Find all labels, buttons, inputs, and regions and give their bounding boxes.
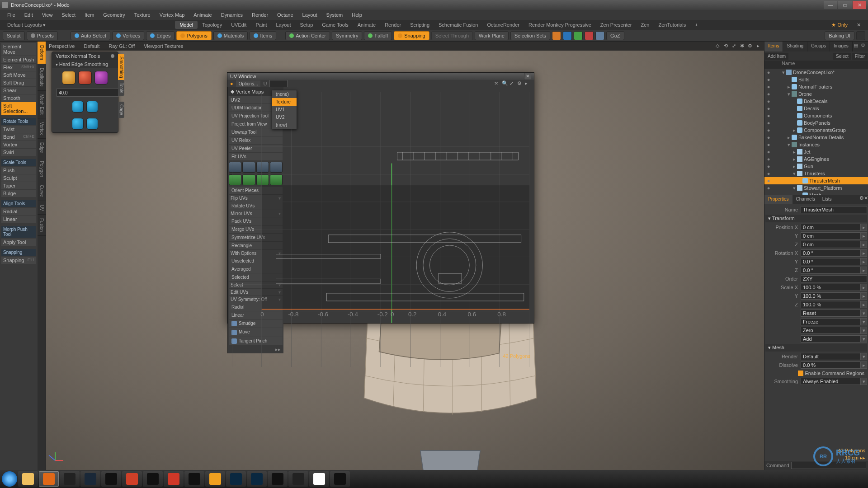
menu-layout[interactable]: Layout	[298, 11, 322, 19]
sculpt-button[interactable]: Sculpt	[3, 31, 25, 40]
filter-btn[interactable]: Filter	[852, 53, 868, 60]
maximize-button[interactable]: ▭	[838, 1, 852, 9]
default-layouts-dropdown[interactable]: Default Layouts ▾	[3, 21, 51, 29]
vn-tab-smoothing[interactable]: Smoothing	[118, 54, 124, 81]
layout-schematic-fusion[interactable]: Schematic Fusion	[434, 21, 482, 29]
layout-render-monkey-progressive[interactable]: Render Monkey Progressive	[524, 21, 596, 29]
menu-file[interactable]: File	[3, 11, 20, 19]
vn-tab-tools[interactable]: Tools	[118, 80, 124, 96]
layout-zen-presenter[interactable]: Zen Presenter	[596, 21, 637, 29]
tb-k[interactable]	[288, 471, 308, 487]
right-tab-items[interactable]: Items	[764, 42, 783, 52]
layout-paint[interactable]: Paint	[251, 21, 271, 29]
tool-taper[interactable]: Taper	[1, 182, 36, 189]
layout-model[interactable]: Model	[175, 21, 198, 29]
tb-modo[interactable]	[39, 471, 59, 487]
right-tab-images[interactable]: Images	[830, 42, 853, 52]
items-mode[interactable]: Items	[250, 31, 276, 40]
vn-ico-6[interactable]	[72, 118, 84, 130]
layout-scripting[interactable]: Scripting	[406, 21, 434, 29]
tb-steam[interactable]	[80, 471, 100, 487]
rot-order[interactable]: ZXY	[801, 275, 867, 282]
uvmap-option-texture[interactable]: Texture	[272, 98, 297, 106]
tool-apply-tool[interactable]: Apply Tool	[1, 239, 36, 246]
menu-system[interactable]: System	[322, 11, 348, 19]
tool-push[interactable]: Push	[1, 167, 36, 174]
close-layout-icon[interactable]: ✕	[852, 21, 865, 29]
menu-geometry[interactable]: Geometry	[99, 11, 129, 19]
uvmap-option-new[interactable]: (new)	[272, 121, 297, 129]
viewport-3d[interactable]: Perspective Default Ray GL: Off Viewport…	[46, 42, 764, 470]
scl-y[interactable]: 100.0 %	[801, 292, 861, 300]
tool-soft-drag[interactable]: Soft Drag	[1, 79, 36, 86]
layout-layout[interactable]: Layout	[272, 21, 296, 29]
uv-icon-5[interactable]: ▸	[525, 80, 531, 87]
work-plane[interactable]: Work Plane	[475, 31, 509, 40]
reset-btn[interactable]: Reset	[801, 310, 861, 317]
tb-photoshop2[interactable]	[247, 471, 267, 487]
toolbox-tab-uv[interactable]: UV	[38, 201, 46, 215]
tool-icon-2[interactable]	[563, 31, 572, 40]
uv-options[interactable]: Options...	[236, 80, 261, 87]
vp-tab-default[interactable]: Default	[84, 43, 99, 49]
vn-angle-field[interactable]	[57, 89, 118, 97]
pos-y[interactable]: 0 cm	[801, 232, 861, 239]
tool-sculpt[interactable]: Sculpt	[1, 174, 36, 182]
dissolve-field[interactable]: 0.0 %	[801, 361, 861, 369]
uv-icon-4[interactable]: ⚙	[517, 80, 524, 87]
vn-ico-4[interactable]	[72, 101, 84, 113]
tb-app1[interactable]	[143, 471, 163, 487]
tool-swirl[interactable]: Swirl	[1, 149, 36, 156]
toolbox-tab-fusion[interactable]: Fusion	[38, 215, 46, 236]
selection-sets[interactable]: Selection Sets	[510, 31, 550, 40]
tb-epic[interactable]	[268, 471, 288, 487]
vn-ico-2[interactable]	[78, 71, 92, 84]
rot-z[interactable]: 0.0 °	[801, 267, 861, 274]
minimize-button[interactable]: —	[824, 1, 837, 9]
layout-add[interactable]: +	[690, 21, 702, 29]
tool-bend[interactable]: BendCtrl+E	[1, 133, 36, 141]
scl-x[interactable]: 100.0 %	[801, 284, 861, 291]
tool-element-push[interactable]: Element Push	[1, 56, 36, 63]
uvmap-option-none[interactable]: (none)	[272, 90, 297, 98]
layout-zentutorials[interactable]: ZenTutorials	[654, 21, 690, 29]
uvmap-option-uv2[interactable]: UV2	[272, 113, 297, 121]
tb-zbrush[interactable]	[60, 471, 80, 487]
freeze-btn[interactable]: Freeze	[801, 318, 861, 325]
scl-z[interactable]: 100.0 %	[801, 301, 861, 308]
vn-tab-cage[interactable]: Cage	[118, 102, 124, 118]
rot-y[interactable]: 0.0 °	[801, 258, 861, 265]
tool-shear[interactable]: Shear	[1, 87, 36, 94]
add-btn[interactable]: Add	[801, 335, 861, 343]
menu-view[interactable]: View	[38, 11, 57, 19]
tool-bulge[interactable]: Bulge	[1, 190, 36, 197]
tb-obs[interactable]	[184, 471, 204, 487]
tool-icon-4[interactable]	[585, 31, 594, 40]
menu-item[interactable]: Item	[80, 11, 99, 19]
toolbox-tab-curve[interactable]: Curve	[38, 181, 46, 201]
expand-icon[interactable]: ▸▸	[860, 455, 865, 461]
menu-dynamics[interactable]: Dynamics	[217, 11, 247, 19]
vp-icon-4[interactable]: ✱	[739, 43, 745, 49]
menu-help[interactable]: Help	[347, 11, 367, 19]
menu-render[interactable]: Render	[247, 11, 273, 19]
menu-select[interactable]: Select	[57, 11, 80, 19]
uv-search-field[interactable]	[269, 80, 288, 87]
tool-soft-selection-[interactable]: Soft Selection...	[1, 102, 36, 115]
tb-ln[interactable]	[205, 471, 225, 487]
vp-icon-5[interactable]: ⚙	[747, 43, 753, 49]
tb-snip[interactable]	[164, 471, 184, 487]
add-item-btn[interactable]: Add Item	[765, 53, 788, 60]
gear-icon[interactable]: ⚙	[861, 42, 867, 49]
layout-topology[interactable]: Topology	[198, 21, 226, 29]
tool-smooth[interactable]: Smooth	[1, 94, 36, 102]
unreal-icon[interactable]	[856, 31, 865, 40]
vn-ico-7[interactable]	[86, 118, 98, 130]
layout-setup[interactable]: Setup	[296, 21, 318, 29]
action-center[interactable]: Action Center	[285, 31, 330, 40]
pos-x[interactable]: 0 cm	[801, 224, 861, 231]
new-icon[interactable]: ▤	[854, 42, 860, 49]
tool-flex[interactable]: FlexShift+X	[1, 64, 36, 71]
uv-window[interactable]: UV Window✕ ● Options... U ⤧🔍 ⤢⚙▸ (none)T…	[227, 72, 534, 324]
layout-uvedit[interactable]: UVEdit	[226, 21, 251, 29]
